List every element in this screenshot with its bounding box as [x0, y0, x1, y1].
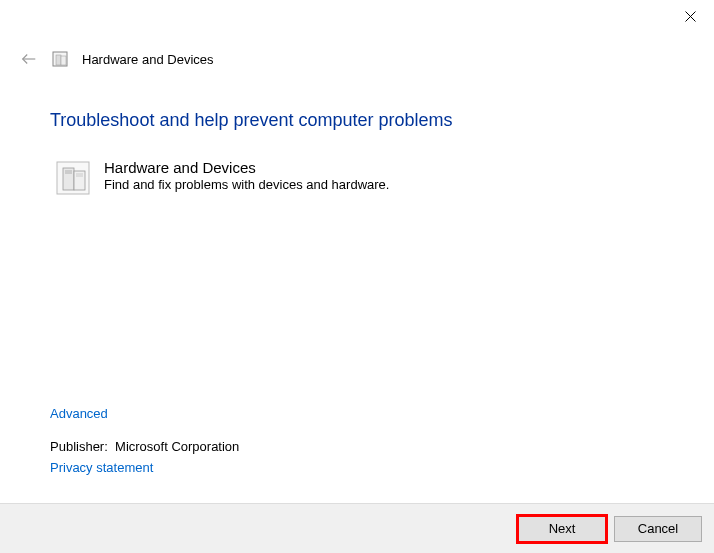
troubleshooter-icon — [52, 51, 68, 67]
window-title: Hardware and Devices — [82, 52, 214, 67]
footer-bar: Next Cancel — [0, 503, 714, 553]
privacy-link[interactable]: Privacy statement — [50, 460, 153, 475]
svg-rect-9 — [65, 170, 72, 174]
close-icon — [685, 11, 696, 22]
bottom-links: Advanced Publisher: Microsoft Corporatio… — [50, 406, 239, 475]
cancel-button[interactable]: Cancel — [614, 516, 702, 542]
content-area: Troubleshoot and help prevent computer p… — [50, 110, 674, 195]
advanced-link[interactable]: Advanced — [50, 406, 108, 421]
back-arrow-icon[interactable] — [20, 50, 38, 68]
publisher-label: Publisher: — [50, 439, 108, 454]
publisher-row: Publisher: Microsoft Corporation — [50, 439, 239, 454]
troubleshooter-item: Hardware and Devices Find and fix proble… — [56, 159, 674, 195]
main-heading: Troubleshoot and help prevent computer p… — [50, 110, 674, 131]
svg-rect-10 — [76, 173, 83, 177]
publisher-value: Microsoft Corporation — [115, 439, 239, 454]
item-description: Find and fix problems with devices and h… — [104, 177, 389, 192]
header-bar: Hardware and Devices — [20, 50, 214, 68]
close-button[interactable] — [666, 0, 714, 32]
hardware-devices-icon — [56, 161, 90, 195]
svg-rect-5 — [61, 56, 66, 65]
next-button[interactable]: Next — [518, 516, 606, 542]
item-title: Hardware and Devices — [104, 159, 389, 176]
svg-rect-4 — [56, 55, 61, 65]
